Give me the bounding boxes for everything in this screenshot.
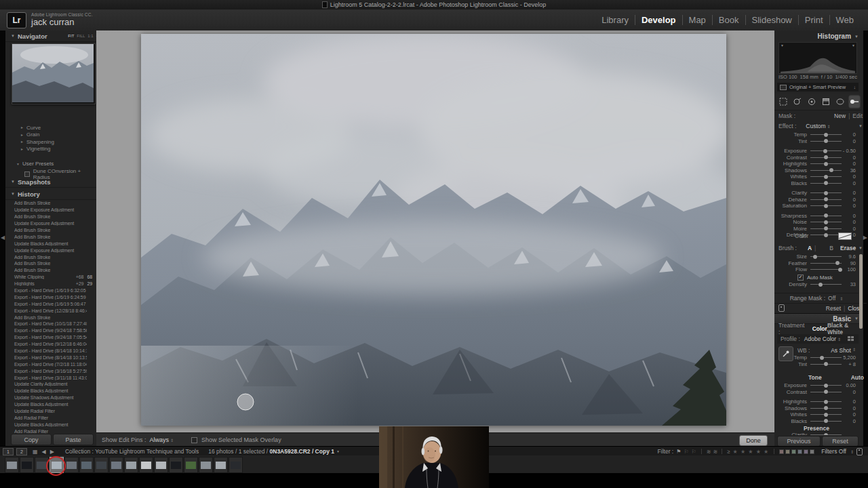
next-photo-icon[interactable]: ▶ — [50, 449, 54, 455]
slider-knob[interactable] — [823, 149, 827, 153]
slider-track[interactable] — [810, 405, 842, 411]
history-item[interactable]: Add Radial Filter — [5, 415, 96, 422]
history-header[interactable]: ▼ History ✕ — [5, 188, 107, 200]
treatment-bw-button[interactable]: Black & White — [827, 322, 863, 336]
filmstrip-thumbnail[interactable] — [229, 457, 243, 473]
slider-track[interactable] — [810, 355, 842, 361]
disclosure-icon[interactable]: ▼ — [859, 124, 863, 128]
slider-knob[interactable] — [824, 197, 828, 201]
slider[interactable]: Moire 0 — [774, 226, 859, 232]
filmstrip-thumbnail[interactable] — [124, 457, 138, 473]
histogram-display[interactable]: ▼ ▼ — [778, 42, 857, 74]
slider[interactable]: Density 33 — [774, 281, 859, 288]
history-item[interactable]: Update Shadows Adjustment — [5, 394, 96, 401]
module-tab[interactable]: Print — [798, 15, 829, 25]
user-presets-header[interactable]: ▼ User Presets — [16, 161, 54, 167]
auto-mask-checkbox[interactable]: ✓ — [797, 274, 804, 281]
slider[interactable]: Sharpness 0 — [774, 213, 859, 220]
slider[interactable]: Shadows 36 — [774, 167, 859, 174]
slider-track[interactable] — [810, 432, 842, 435]
copy-button[interactable]: Copy — [11, 434, 52, 445]
graduated-filter-tool-icon[interactable] — [820, 95, 832, 108]
main-window-button[interactable]: 1 — [3, 448, 14, 455]
histogram-header[interactable]: Histogram ▼ — [774, 32, 863, 41]
history-item[interactable]: Export - Hard Drive (7/2/18 11:18:04 AM) — [5, 361, 96, 367]
slider-knob[interactable] — [824, 390, 828, 394]
slider-knob[interactable] — [824, 419, 828, 423]
range-mask-value[interactable]: Off — [828, 295, 835, 302]
filters-off-select[interactable]: Filters Off — [821, 448, 846, 455]
navigator-zoom-option[interactable]: FILL — [77, 34, 85, 38]
snapshots-header[interactable]: ▼ Snapshots + — [5, 176, 107, 188]
crop-tool-icon[interactable] — [777, 95, 789, 108]
slider-track[interactable] — [810, 282, 842, 287]
slider-knob[interactable] — [824, 133, 828, 137]
navigator-preview[interactable] — [12, 43, 96, 104]
module-tab[interactable]: Slideshow — [745, 15, 798, 25]
right-panel-scrollbar[interactable] — [859, 254, 863, 329]
star-rating-filter[interactable]: ★ ★ ★ ★ ★ — [733, 449, 770, 455]
slider[interactable]: Feather 90 — [774, 260, 859, 267]
left-panel-collapse-icon[interactable]: ◀ — [1, 235, 5, 241]
slider[interactable]: Dehaze 0 — [774, 197, 859, 203]
slider-track[interactable] — [810, 213, 842, 218]
history-item[interactable]: Add Radial Filter — [5, 428, 96, 434]
slider[interactable]: Flow 100 — [774, 266, 859, 273]
flag-reject-icon[interactable]: ⚐ — [692, 449, 696, 455]
color-label-chip[interactable] — [797, 449, 802, 454]
range-mask-row[interactable]: Range Mask : Off ⇕ — [774, 293, 859, 303]
slider-knob[interactable] — [824, 191, 828, 195]
filmstrip-thumbnail[interactable] — [94, 457, 108, 473]
effect-preset-select[interactable]: Custom — [806, 123, 825, 129]
slider-knob[interactable] — [824, 204, 828, 208]
history-item[interactable]: Export - Hard Drive (10/1/18 7:27:40 PM) — [5, 321, 96, 327]
disclosure-icon[interactable]: ▼ — [859, 246, 863, 250]
slider-track[interactable] — [810, 180, 842, 186]
color-swatch[interactable] — [838, 232, 852, 240]
module-tab[interactable]: Book — [712, 15, 745, 25]
wb-select[interactable]: As Shot — [831, 347, 851, 354]
preset-group[interactable]: ► Grain — [5, 131, 96, 139]
slider[interactable]: Clarity — [774, 432, 859, 435]
slider-track[interactable] — [810, 418, 842, 424]
edit-pins-select[interactable]: Always — [150, 436, 170, 443]
slider-track[interactable] — [810, 161, 842, 167]
edit-filter-icon[interactable]: ≋ — [707, 449, 711, 455]
history-item[interactable]: Export - Hard Drive (9/24/18 7:58:56 PM) — [5, 327, 96, 334]
slider-knob[interactable] — [824, 433, 828, 435]
profile-browser-icon[interactable] — [848, 336, 855, 342]
slider-track[interactable] — [810, 389, 842, 394]
slider-track[interactable] — [810, 226, 842, 231]
auto-tone-button[interactable]: Auto — [851, 374, 864, 381]
history-item[interactable]: Update Radial Filter — [5, 408, 96, 415]
history-item[interactable]: Update Blacks Adjustment — [5, 401, 96, 408]
history-item[interactable]: Update Blacks Adjustment — [5, 421, 96, 428]
photo-view[interactable] — [141, 34, 726, 426]
slider-track[interactable] — [810, 254, 842, 260]
filmstrip-thumbnail[interactable] — [199, 457, 213, 473]
slider-track[interactable] — [810, 155, 842, 160]
history-item[interactable]: Export - Hard Drive (1/6/19 5:06:47 PM) — [5, 300, 96, 307]
module-tab[interactable]: Library — [595, 15, 635, 25]
slider-knob[interactable] — [824, 139, 828, 143]
reset-button[interactable]: Reset — [822, 436, 859, 447]
slider-knob[interactable] — [818, 283, 823, 287]
history-item[interactable]: Highlights +29 29 — [5, 281, 96, 287]
slider-knob[interactable] — [824, 406, 828, 410]
slider-track[interactable] — [810, 174, 842, 180]
filmstrip-thumbnail[interactable] — [20, 457, 34, 473]
history-item[interactable]: Add Brush Stroke — [5, 314, 96, 321]
grid-view-icon[interactable]: ▦ — [33, 449, 38, 455]
smart-preview-bar[interactable]: Original + Smart Preview ↓ — [777, 83, 859, 92]
history-item[interactable]: Export - Hard Drive (9/24/18 7:05:54 PM) — [5, 334, 96, 341]
history-item[interactable]: Export - Hard Drive (9/12/18 6:46:04 PM) — [5, 341, 96, 348]
slider[interactable]: Shadows 0 — [774, 405, 859, 412]
filmstrip-thumbnail[interactable] — [214, 457, 228, 473]
slider-track[interactable] — [810, 267, 842, 272]
slider[interactable]: Temp 0 — [774, 131, 859, 138]
filmstrip-thumbnail[interactable] — [154, 457, 168, 473]
preset-group[interactable]: ► Vignetting — [5, 146, 96, 153]
history-item[interactable]: Export - Hard Drive (3/11/18 11:43:02 PM… — [5, 374, 96, 381]
history-item[interactable]: Export - Hard Drive (8/14/18 10:13:50 PM… — [5, 354, 96, 361]
slider-knob[interactable] — [835, 261, 840, 265]
